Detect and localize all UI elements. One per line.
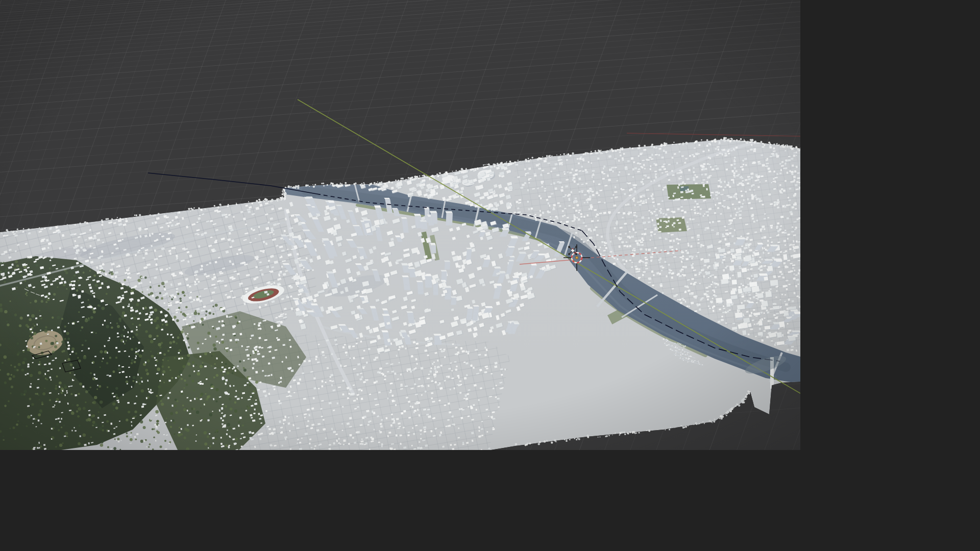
edge-dot: [341, 183, 342, 184]
edge-dot: [574, 438, 575, 439]
blender-3d-viewport[interactable]: [0, 0, 800, 450]
edge-dot: [702, 421, 703, 422]
edge-dot: [743, 140, 745, 142]
edge-dot: [323, 185, 325, 187]
edge-dot: [714, 419, 715, 420]
edge-dot: [770, 143, 771, 145]
edge-dot: [1, 232, 3, 234]
edge-dot: [44, 228, 45, 229]
edge-dot: [190, 211, 191, 212]
edge-dot: [150, 214, 151, 216]
edge-dot: [600, 436, 601, 437]
edge-dot: [422, 175, 423, 176]
edge-dot: [578, 438, 580, 440]
edge-dot: [760, 141, 762, 143]
edge-dot: [781, 145, 782, 146]
edge-dot: [6, 229, 8, 231]
edge-dot: [620, 147, 622, 149]
edge-dot: [773, 143, 775, 145]
edge-dot: [564, 439, 566, 440]
edge-dot: [505, 163, 507, 166]
edge-dot: [531, 157, 533, 159]
edge-dot: [248, 201, 249, 202]
edge-dot: [527, 443, 529, 445]
edge-dot: [612, 435, 613, 436]
edge-dot: [560, 154, 561, 155]
edge-dot: [386, 183, 387, 184]
edge-dot: [391, 182, 393, 184]
drone-accent: [572, 248, 573, 249]
edge-dot: [275, 201, 276, 202]
edge-dot: [723, 139, 725, 141]
edge-dot: [323, 183, 324, 184]
edge-dot: [20, 230, 21, 232]
edge-dot: [584, 154, 585, 155]
edge-dot: [538, 443, 540, 445]
edge-dot: [714, 138, 716, 140]
edge-dot: [412, 179, 413, 180]
edge-dot: [85, 221, 86, 222]
edge-dot: [627, 433, 629, 435]
edge-dot: [179, 212, 180, 213]
edge-dot: [780, 146, 781, 147]
edge-dot: [795, 146, 797, 148]
edge-dot: [717, 141, 718, 142]
edge-dot: [333, 185, 335, 187]
edge-dot: [514, 161, 516, 163]
edge-dot: [722, 415, 724, 418]
edge-dot: [706, 139, 708, 141]
edge-dot: [278, 198, 280, 199]
edge-dot: [748, 141, 749, 142]
edge-dot: [587, 153, 589, 154]
edge-dot: [349, 184, 350, 186]
edge-dot: [461, 171, 462, 172]
edge-dot: [264, 201, 265, 202]
edge-dot: [538, 158, 540, 159]
edge-dot: [596, 152, 598, 154]
edge-dot: [17, 229, 18, 230]
edge-dot: [423, 174, 425, 177]
edge-dot: [405, 179, 406, 180]
edge-dot: [298, 185, 299, 186]
edge-dot: [341, 185, 342, 186]
drone-rotor: [568, 246, 570, 248]
edge-dot: [738, 140, 740, 142]
edge-dot: [568, 153, 570, 155]
edge-dot: [204, 208, 206, 210]
edge-dot: [452, 171, 453, 172]
edge-dot: [313, 186, 315, 188]
edge-dot: [500, 162, 501, 163]
edge-dot: [188, 208, 190, 210]
edge-dot: [549, 156, 550, 158]
edge-dot: [395, 180, 397, 181]
edge-dot: [283, 190, 285, 192]
edge-dot: [220, 205, 222, 206]
edge-dot: [648, 430, 650, 432]
edge-dot: [228, 204, 229, 206]
drone-rotor: [575, 246, 577, 248]
edge-dot: [719, 418, 721, 419]
edge-dot: [638, 432, 640, 433]
object-origin-dot: [575, 256, 578, 259]
drone-rotor: [575, 253, 577, 255]
edge-dot: [539, 441, 541, 443]
edge-dot: [408, 177, 410, 179]
edge-dot: [556, 155, 557, 156]
edge-dot: [419, 176, 421, 177]
edge-dot: [388, 181, 390, 184]
edge-dot: [280, 197, 281, 198]
edge-dot: [660, 143, 663, 146]
edge-dot: [476, 167, 478, 169]
edge-dot: [729, 138, 730, 139]
edge-dot: [670, 427, 671, 429]
edge-dot: [193, 207, 195, 209]
edge-dot: [528, 160, 530, 162]
edge-dot: [615, 149, 617, 152]
edge-dot: [402, 178, 404, 180]
edge-dot: [363, 182, 364, 184]
viewport-canvas[interactable]: [0, 0, 800, 450]
edge-dot: [330, 182, 332, 184]
edge-dot: [107, 218, 109, 219]
edge-dot: [190, 208, 192, 209]
edge-dot: [727, 140, 728, 141]
